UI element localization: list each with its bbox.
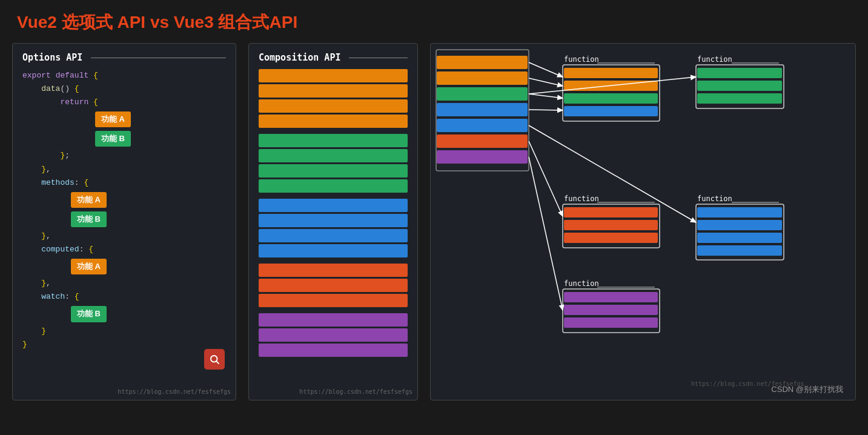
svg-rect-28 xyxy=(563,204,660,248)
code-line: }, xyxy=(22,277,226,290)
purple-bar xyxy=(259,328,408,342)
svg-line-47 xyxy=(529,141,563,216)
code-line: }; xyxy=(22,149,226,162)
svg-text:function: function xyxy=(697,55,732,64)
diagram-svg: function function function xyxy=(431,44,855,389)
badge-feature-a-data: 功能 A xyxy=(95,111,131,127)
svg-line-45 xyxy=(529,110,563,110)
badge-feature-b-watch: 功能 B xyxy=(71,306,107,322)
svg-rect-12 xyxy=(564,68,658,78)
svg-rect-40 xyxy=(564,317,658,328)
svg-line-42 xyxy=(529,62,563,77)
orange-bar xyxy=(259,99,408,113)
svg-rect-16 xyxy=(563,65,660,121)
orange-bars-group xyxy=(259,69,408,128)
purple-bars-group xyxy=(259,313,408,357)
badge-row: 功能 A xyxy=(22,110,226,128)
svg-rect-4 xyxy=(437,87,528,101)
badge-feature-a-computed: 功能 A xyxy=(71,259,107,274)
svg-rect-25 xyxy=(564,207,658,217)
search-button[interactable] xyxy=(204,349,225,370)
svg-rect-5 xyxy=(437,103,528,116)
svg-line-46 xyxy=(529,77,696,94)
svg-rect-8 xyxy=(437,150,528,164)
code-line: watch: { xyxy=(22,290,226,304)
purple-bar xyxy=(259,313,408,327)
composition-api-label: Composition API xyxy=(259,52,408,63)
blue-bar xyxy=(259,244,408,257)
svg-point-0 xyxy=(211,356,217,362)
svg-rect-19 xyxy=(697,68,782,78)
function-diagram-panel: function function function xyxy=(430,43,856,400)
orange-bar xyxy=(259,69,408,82)
green-bars-group xyxy=(259,134,408,193)
options-api-panel: Options API export default { data() { re… xyxy=(12,43,236,400)
svg-text:function: function xyxy=(564,55,599,64)
badge-row: 功能 A xyxy=(22,191,226,209)
badge-feature-a-methods: 功能 A xyxy=(71,192,107,208)
orange-bar xyxy=(259,115,408,128)
code-block: export default { data() { return { 功能 A … xyxy=(22,69,226,351)
svg-rect-33 xyxy=(697,233,782,243)
red-bar xyxy=(259,279,408,292)
badge-row: 功能 B xyxy=(22,210,226,228)
blue-bars-group xyxy=(259,199,408,257)
svg-rect-31 xyxy=(697,207,782,217)
svg-rect-35 xyxy=(696,204,784,260)
svg-text:function: function xyxy=(564,194,599,203)
code-line: computed: { xyxy=(22,243,226,256)
green-bar xyxy=(259,179,408,193)
svg-line-44 xyxy=(529,94,563,98)
options-api-label: Options API xyxy=(22,52,226,63)
blue-bar xyxy=(259,229,408,242)
svg-rect-39 xyxy=(564,305,658,315)
svg-rect-15 xyxy=(564,106,658,116)
watermark: https://blog.csdn.net/fesfsefgs xyxy=(299,388,412,395)
red-bars-group xyxy=(259,264,408,307)
diagrams-container: Options API export default { data() { re… xyxy=(0,43,868,400)
svg-rect-9 xyxy=(436,50,529,171)
svg-rect-41 xyxy=(563,289,660,333)
svg-rect-26 xyxy=(564,220,658,230)
svg-rect-32 xyxy=(697,220,782,230)
badge-feature-b-data: 功能 B xyxy=(95,131,131,147)
green-bar xyxy=(259,164,408,178)
svg-rect-21 xyxy=(697,93,782,104)
code-line: methods: { xyxy=(22,176,226,190)
badge-row: 功能 A xyxy=(22,257,226,276)
badge-feature-b-methods: 功能 B xyxy=(71,211,107,227)
page-title: Vue2 选项式 API vs Vue3 组合式API xyxy=(0,0,868,40)
svg-line-43 xyxy=(529,78,563,86)
svg-rect-22 xyxy=(696,65,784,108)
svg-text:function: function xyxy=(697,194,732,203)
csdn-watermark: CSDN @别来打扰我 xyxy=(771,384,843,395)
purple-bar xyxy=(259,344,408,357)
code-line: }, xyxy=(22,230,226,243)
svg-rect-3 xyxy=(437,71,528,85)
watermark: https://blog.csdn.net/fesfsefgs xyxy=(118,388,231,395)
svg-rect-2 xyxy=(437,56,528,69)
svg-rect-38 xyxy=(564,292,658,302)
red-bar xyxy=(259,264,408,277)
blue-bar xyxy=(259,199,408,212)
svg-rect-14 xyxy=(564,93,658,104)
orange-bar xyxy=(259,84,408,98)
svg-line-49 xyxy=(529,157,563,310)
green-bar xyxy=(259,134,408,147)
badge-row: 功能 B xyxy=(22,130,226,148)
svg-rect-34 xyxy=(697,245,782,256)
badge-row: 功能 B xyxy=(22,305,226,323)
svg-rect-6 xyxy=(437,119,528,132)
green-bar xyxy=(259,149,408,162)
svg-rect-13 xyxy=(564,81,658,91)
svg-rect-7 xyxy=(437,134,528,148)
code-line: } xyxy=(22,338,226,351)
code-line: export default { xyxy=(22,69,226,82)
composition-api-panel: Composition API xyxy=(248,43,418,400)
svg-rect-27 xyxy=(564,233,658,243)
code-line: } xyxy=(22,325,226,338)
svg-rect-20 xyxy=(697,81,782,91)
blue-bar xyxy=(259,214,408,227)
code-line: }, xyxy=(22,163,226,176)
svg-line-48 xyxy=(529,125,696,222)
